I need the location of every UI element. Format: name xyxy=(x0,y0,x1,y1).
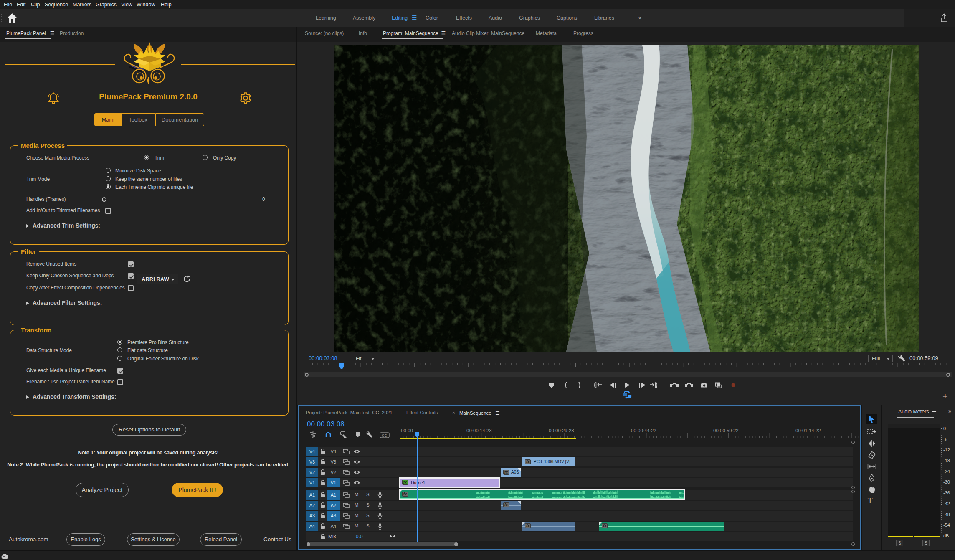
svg-text:∞: ∞ xyxy=(3,555,5,559)
svg-text:CC: CC xyxy=(382,433,387,438)
